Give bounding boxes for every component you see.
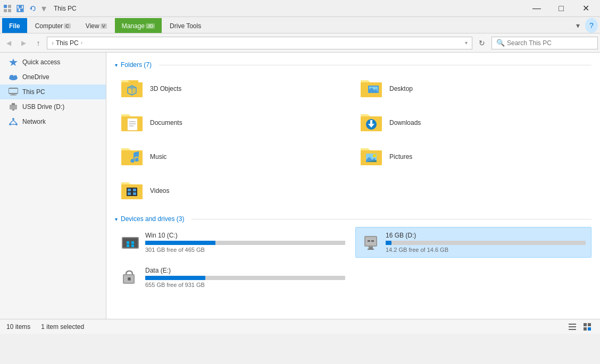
folder-desktop[interactable]: Desktop <box>354 73 591 105</box>
main-layout: Quick access OneDrive <box>0 53 600 319</box>
drive-info-d: 16 GB (D:) 14.2 GB free of 14.6 GB <box>386 232 586 253</box>
drives-collapse-arrow: ▾ <box>115 216 118 222</box>
svg-rect-73 <box>371 240 374 242</box>
qat-save[interactable] <box>15 3 26 14</box>
tab-view[interactable]: View V <box>79 18 114 33</box>
qat-more[interactable]: ▾ <box>41 3 46 14</box>
drive-name-d: 16 GB (D:) <box>386 232 586 239</box>
drive-data-e[interactable]: Data (E:) 655 GB free of 931 GB <box>115 262 351 293</box>
drive-16gb-d[interactable]: 16 GB (D:) 14.2 GB free of 14.6 GB <box>355 227 591 258</box>
svg-rect-57 <box>133 192 136 195</box>
maximize-button[interactable]: □ <box>549 0 573 17</box>
addr-path-arrow: › <box>52 39 54 47</box>
svg-rect-81 <box>569 329 576 330</box>
drive-icon-d <box>361 233 380 252</box>
search-input[interactable] <box>507 39 593 47</box>
folder-icon-pictures <box>359 144 384 170</box>
svg-rect-82 <box>584 323 587 326</box>
title-bar-controls: — □ ✕ <box>524 0 598 17</box>
folders-grid: 3D Objects Desktop <box>115 73 591 207</box>
addr-dropdown-arrow[interactable]: ▾ <box>465 40 468 46</box>
address-box[interactable]: › This PC › ▾ <box>47 37 472 49</box>
drive-bar-fill-d <box>386 241 391 245</box>
sidebar-item-this-pc[interactable]: This PC <box>0 84 106 99</box>
qat-undo[interactable] <box>28 3 38 14</box>
tab-drive-tools[interactable]: Drive Tools <box>163 18 208 33</box>
svg-rect-54 <box>128 189 131 191</box>
content-area: ▾ Folders (7) <box>106 53 600 319</box>
view-details-btn[interactable] <box>566 320 579 333</box>
tab-manage[interactable]: Manage JD <box>115 18 162 33</box>
folder-pictures[interactable]: Pictures <box>354 141 591 173</box>
drive-free-e: 655 GB free of 931 GB <box>145 282 345 288</box>
status-bar: 10 items 1 item selected <box>0 319 600 334</box>
svg-rect-66 <box>127 245 129 247</box>
folder-icon-desktop <box>359 76 384 101</box>
folder-icon-downloads <box>359 110 384 136</box>
addr-path-label: This PC <box>56 39 79 47</box>
sidebar-label-onedrive: OneDrive <box>22 73 49 81</box>
svg-rect-36 <box>128 118 137 130</box>
svg-rect-85 <box>588 327 591 331</box>
folder-name-pictures: Pictures <box>389 153 412 160</box>
refresh-button[interactable]: ↻ <box>474 37 489 49</box>
drive-name-c: Win 10 (C:) <box>145 232 345 239</box>
quick-access-icon <box>9 57 18 67</box>
folder-3d-objects[interactable]: 3D Objects <box>115 73 352 105</box>
svg-marker-9 <box>9 58 18 66</box>
ribbon-collapse-btn[interactable]: ▾ <box>571 18 584 33</box>
folder-documents[interactable]: Documents <box>115 107 352 139</box>
folder-icon-videos <box>119 178 145 204</box>
tab-manage-badge: JD <box>146 23 155 29</box>
tab-computer[interactable]: Computer C <box>28 18 78 33</box>
svg-point-20 <box>12 118 14 120</box>
svg-rect-70 <box>369 247 373 249</box>
folders-divider <box>159 65 591 65</box>
tab-file[interactable]: File <box>2 18 27 33</box>
drive-bar-bg-d <box>386 241 586 245</box>
help-button[interactable]: ? <box>585 18 598 33</box>
drive-info-c: Win 10 (C:) 301 GB free of 465 GB <box>145 232 345 253</box>
back-button[interactable]: ◀ <box>2 37 15 49</box>
svg-rect-5 <box>19 5 22 8</box>
folder-downloads[interactable]: Downloads <box>354 107 591 139</box>
view-large-icons-btn[interactable] <box>581 320 594 333</box>
sidebar-item-quick-access[interactable]: Quick access <box>0 55 106 70</box>
folder-name-3d-objects: 3D Objects <box>150 85 181 92</box>
svg-rect-15 <box>12 94 15 95</box>
drive-bar-bg-e <box>145 276 345 280</box>
minimize-button[interactable]: — <box>524 0 549 17</box>
sidebar-label-quick-access: Quick access <box>22 58 60 66</box>
folder-music[interactable]: Music <box>115 141 352 173</box>
drive-icon-e <box>121 268 140 287</box>
address-bar: ◀ ▶ ↑ › This PC › ▾ ↻ 🔍 <box>0 33 600 53</box>
folder-videos[interactable]: Videos <box>115 175 352 207</box>
sidebar-label-network: Network <box>22 118 46 125</box>
sidebar-item-usb-drive[interactable]: USB Drive (D:) <box>0 99 106 114</box>
up-button[interactable]: ↑ <box>32 37 45 49</box>
qat-icon <box>2 3 13 14</box>
folders-collapse-arrow: ▾ <box>115 62 118 68</box>
forward-button[interactable]: ▶ <box>17 37 30 49</box>
svg-rect-14 <box>9 89 18 93</box>
search-box[interactable]: 🔍 <box>491 37 598 49</box>
close-button[interactable]: ✕ <box>573 0 598 17</box>
network-icon <box>9 117 18 126</box>
svg-rect-55 <box>133 189 136 191</box>
drive-win10-c[interactable]: Win 10 (C:) 301 GB free of 465 GB <box>115 227 351 258</box>
svg-rect-0 <box>4 5 7 8</box>
status-item-count: 10 items <box>6 323 30 331</box>
sidebar-item-network[interactable]: Network <box>0 114 106 129</box>
search-icon: 🔍 <box>496 39 505 47</box>
svg-rect-59 <box>123 238 138 248</box>
svg-line-23 <box>10 120 13 123</box>
folder-name-desktop: Desktop <box>389 85 413 92</box>
svg-rect-56 <box>128 192 131 195</box>
tab-view-badge: V <box>101 23 107 29</box>
drive-bar-bg-c <box>145 241 345 245</box>
drives-section-header[interactable]: ▾ Devices and drives (3) <box>115 215 591 223</box>
svg-rect-72 <box>368 240 370 242</box>
folders-section-header[interactable]: ▾ Folders (7) <box>115 61 591 69</box>
ribbon: File Computer C View V Manage JD Drive T… <box>0 17 600 33</box>
sidebar-item-onedrive[interactable]: OneDrive <box>0 70 106 84</box>
